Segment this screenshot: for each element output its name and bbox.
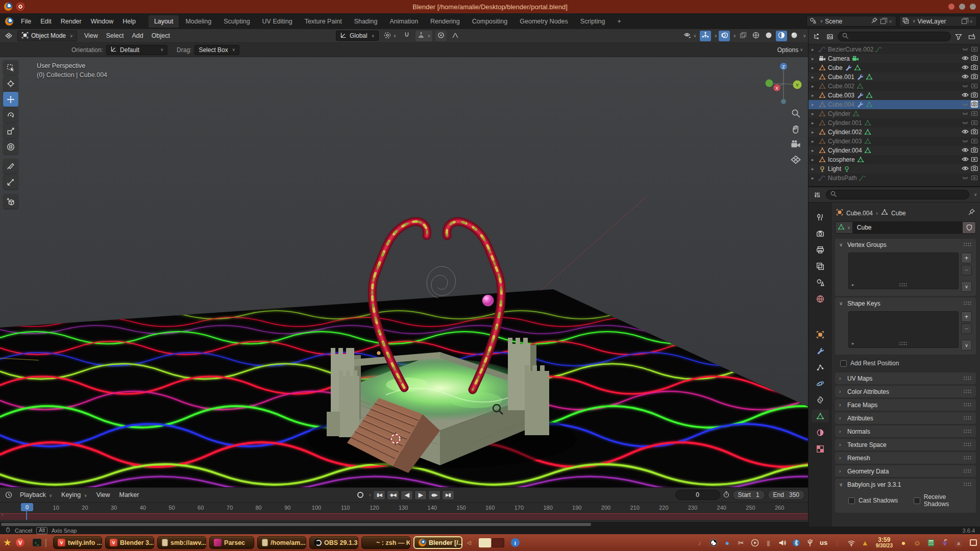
tray-dictionary[interactable]: a [954,538,963,547]
properties-search-input[interactable] [826,190,969,199]
shading-solid-button[interactable] [763,31,774,41]
checkbox[interactable] [914,497,920,504]
outliner-search-input[interactable] [838,32,951,41]
play-button[interactable]: ▶ [414,490,427,500]
properties-tab-material[interactable] [812,426,829,439]
properties-tab-object[interactable] [812,328,829,341]
tab-uv-editing[interactable]: UV Editing [257,15,298,28]
outliner-row[interactable]: ▸Camera [808,54,980,63]
launcher-archive-manager[interactable] [45,539,46,546]
hide-toggle[interactable] [962,156,969,164]
outliner-row[interactable]: ▸Cube.001 [808,72,980,82]
tab-geometry-nodes[interactable]: Geometry Nodes [514,15,573,28]
hide-toggle[interactable] [962,174,969,183]
panel-grip[interactable] [963,456,972,460]
outliner-row[interactable]: ▸Cylinder.001 [808,118,980,128]
task-button[interactable]: Vtwily.info ... [53,536,102,549]
properties-tab-output[interactable] [812,243,829,256]
snap-target-button[interactable]: ∨ [415,31,432,41]
object-name[interactable]: Icosphere [828,156,855,163]
playhead[interactable]: 0 [21,503,33,511]
tool-move[interactable] [3,92,18,107]
checkbox[interactable] [848,497,855,504]
panel-header[interactable]: ›Remesh [835,452,976,464]
maximize-button[interactable] [959,4,965,10]
timeline-expand-arrow[interactable]: › [2,512,3,517]
unlink-icon[interactable]: × [888,18,893,24]
properties-tab-modifiers[interactable] [812,344,829,357]
properties-tab-constraints[interactable] [812,393,829,406]
tray-calculator[interactable] [926,538,936,547]
menu-render[interactable]: Render [56,16,86,27]
panel-grip[interactable] [963,403,972,407]
tray-indicator-red[interactable]: ▮ [833,538,842,547]
next-keyframe-button[interactable]: ◆▶ [428,490,440,500]
properties-tab-world[interactable] [812,292,829,305]
fake-user-button[interactable] [963,221,976,234]
add-workspace-button[interactable]: + [611,15,626,28]
tray-obs-tray[interactable] [709,538,718,547]
render-toggle[interactable] [971,165,978,173]
viewport-menu-select[interactable]: Select [102,31,128,41]
render-toggle[interactable] [971,156,978,164]
breadcrumb-object[interactable]: Cube.004 [846,210,873,217]
hide-toggle[interactable] [962,55,969,63]
launcher-favorites[interactable]: ★ [3,537,12,548]
panel-grip[interactable] [963,469,972,473]
tool-cursor[interactable] [3,76,18,91]
object-name[interactable]: Cylinder.004 [828,147,862,154]
proportional-falloff-button[interactable] [450,31,461,41]
tool-annotate[interactable] [3,159,18,173]
hide-toggle[interactable] [962,91,969,100]
hide-toggle[interactable] [962,165,969,173]
outliner-row[interactable]: ▸Cylinder.004 [808,146,980,155]
use-preview-range-toggle[interactable] [723,491,730,499]
menu-help[interactable]: Help [118,16,140,27]
tab-rendering[interactable]: Rendering [425,15,465,28]
tray-show-desktop[interactable] [968,538,977,547]
panel-grip[interactable] [963,429,972,434]
render-toggle[interactable] [971,137,978,146]
panel-header[interactable]: ›Color Attributes [835,386,976,397]
info-icon[interactable]: i [511,538,520,547]
launcher-vivaldi-browser[interactable]: V [16,538,24,547]
expand-icon[interactable]: ▸ [812,176,817,181]
outliner-row[interactable]: ▸Cube [808,63,980,72]
outliner-row[interactable]: ▸Cylinder.003 [808,137,980,146]
hide-toggle[interactable] [962,110,969,118]
remove-button[interactable]: − [961,265,972,276]
outliner-row[interactable]: ▸Icosphere [808,155,980,164]
panel-header[interactable]: ∨Babylon.js ver 3.3.1 [835,479,976,490]
tray-bluetooth[interactable] [792,538,801,547]
expand-icon[interactable]: ▸ [812,74,817,80]
expand-icon[interactable]: ▸ [812,130,817,135]
render-toggle[interactable] [971,174,978,183]
object-name[interactable]: Cylinder [828,110,850,117]
task-button[interactable]: ~ : zsh — K... [361,536,410,549]
tray-indicator-blue[interactable]: ● [723,538,732,547]
tool-add-cube[interactable] [3,194,18,209]
expand-icon[interactable]: ▸ [812,139,817,144]
panel-grip[interactable] [963,376,972,381]
viewport-menu-view[interactable]: View [80,31,102,41]
outliner-editor-type-button[interactable] [811,31,822,42]
timeline-ruler[interactable]: 0102030405060708090100110120130140150160… [0,502,808,513]
hide-toggle[interactable] [962,146,969,155]
properties-tab-viewlayer[interactable] [812,260,829,272]
previous-keyframe-button[interactable]: ◆◀ [387,490,399,500]
receive-shadows-row[interactable]: Receive Shadows [914,493,972,508]
hide-toggle[interactable] [962,82,969,91]
viewport-menu-object[interactable]: Object [148,31,174,41]
transform-orientation[interactable]: Global∨ [336,31,379,41]
breadcrumb-data[interactable]: Cube [891,210,906,217]
properties-tab-tool[interactable] [812,211,829,223]
expand-icon[interactable]: ▸ [812,120,817,126]
tray-wifi[interactable] [847,538,856,547]
remove-button[interactable]: − [961,323,972,334]
tray-usb[interactable] [805,538,815,547]
hide-toggle[interactable] [962,73,969,82]
task-button[interactable]: smb://awv... [157,536,206,549]
viewport-ortho-button[interactable] [791,155,801,165]
properties-tab-render[interactable] [812,227,829,240]
object-name[interactable]: NurbsPath [828,174,857,182]
